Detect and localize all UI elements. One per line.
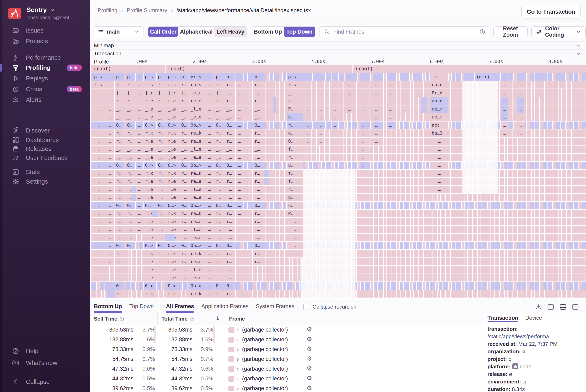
flame-frame[interactable]: … — [360, 89, 366, 97]
flame-frame[interactable]: r… — [180, 97, 188, 104]
flame-frame[interactable]: … — [236, 130, 243, 137]
flame-frame[interactable]: r… — [215, 97, 224, 104]
flame-frame[interactable]: … — [93, 113, 105, 121]
flame-frame[interactable]: … — [106, 146, 113, 153]
breadcrumb-1[interactable]: Profile Summary — [127, 7, 167, 14]
self-time-header[interactable]: Self Time — [94, 316, 124, 322]
flame-frame[interactable]: 0… — [253, 162, 263, 169]
flame-frame[interactable]: … — [236, 186, 243, 193]
table-row[interactable]: 305.53ms3.7%305.53ms3.7%⚙›(garbage colle… — [90, 325, 483, 334]
flame-frame[interactable]: … — [106, 106, 113, 113]
flame-frame[interactable]: … — [93, 170, 105, 177]
flame-frame[interactable]: r… — [115, 97, 124, 104]
flame-frame[interactable]: _…e — [167, 226, 178, 233]
flame-frame[interactable]: re…k — [189, 170, 204, 177]
flame-frame[interactable]: _…e — [167, 154, 178, 161]
flame-frame[interactable]: … — [206, 97, 213, 104]
flame-frame[interactable]: r… — [253, 178, 263, 185]
flame-frame[interactable]: u… — [287, 194, 303, 201]
flame-frame[interactable]: _… — [215, 146, 224, 153]
flame-frame[interactable]: r… — [215, 290, 224, 298]
flame-frame[interactable]: … — [360, 122, 366, 129]
breadcrumb-0[interactable]: Profiling — [98, 7, 118, 14]
flame-frame[interactable]: p… — [225, 73, 235, 80]
flame-frame[interactable]: _l…e — [189, 226, 204, 233]
flame-frame[interactable]: r…k — [167, 210, 178, 217]
flame-frame[interactable]: _…e — [144, 274, 155, 282]
flame-frame[interactable]: … — [93, 226, 105, 233]
flame-frame[interactable]: … — [206, 258, 213, 266]
flame-frame[interactable]: _…e — [144, 226, 155, 233]
flame-frame[interactable]: r… — [253, 81, 263, 88]
flame-frame[interactable]: _… — [225, 146, 235, 153]
flame-frame[interactable]: p… — [126, 73, 134, 80]
flame-frame[interactable]: _… — [157, 266, 165, 274]
flame-frame[interactable]: r… — [180, 210, 188, 217]
flame-frame[interactable]: _… — [253, 146, 263, 153]
flame-frame[interactable]: j… — [215, 89, 224, 97]
flame-frame[interactable]: _…e — [144, 146, 155, 153]
flame-frame[interactable]: … — [136, 210, 143, 217]
flame-frame[interactable]: _… — [157, 186, 165, 193]
sidebar-item-stats[interactable]: Stats — [0, 167, 90, 177]
flame-frame[interactable]: ru…s — [189, 81, 204, 88]
flame-frame[interactable]: … — [206, 170, 213, 177]
flame-frame[interactable]: … — [106, 138, 113, 145]
flame-frame[interactable]: … — [136, 81, 143, 88]
flame-frame[interactable]: _… — [253, 194, 263, 201]
flame-frame[interactable]: … — [93, 106, 105, 113]
flame-frame[interactable]: _…e — [167, 146, 178, 153]
flame-frame-root[interactable]: (root) — [92, 65, 165, 73]
flame-frame[interactable] — [421, 106, 427, 113]
flame-frame[interactable]: … — [136, 162, 143, 169]
flame-frame[interactable]: 0… — [126, 162, 134, 169]
flame-frame[interactable]: r… — [157, 250, 165, 258]
flame-frame[interactable]: 0… — [157, 202, 165, 209]
flame-frame[interactable]: … — [106, 226, 113, 233]
flame-frame[interactable]: … — [206, 274, 213, 282]
flame-frame[interactable]: … — [517, 97, 524, 104]
flame-frame[interactable]: … — [517, 81, 524, 88]
flame-frame[interactable]: r… — [253, 218, 263, 225]
flame-frame[interactable]: … — [206, 194, 213, 201]
flame-frame[interactable]: _e…e — [189, 113, 204, 121]
flame-frame[interactable]: … — [318, 122, 324, 129]
flame-frame[interactable]: _… — [180, 106, 188, 113]
flame-frame[interactable]: … — [332, 73, 338, 80]
flame-frame[interactable]: … — [236, 210, 243, 217]
direction-top-down-button[interactable]: Top Down — [284, 27, 315, 37]
flame-frame[interactable]: r… — [180, 138, 188, 145]
flame-frame[interactable]: 0… — [115, 162, 124, 169]
flame-frame[interactable]: r… — [225, 210, 235, 217]
flame-frame[interactable]: p… — [180, 73, 188, 80]
flame-frame[interactable] — [421, 97, 427, 104]
flame-frame[interactable]: 0…> — [144, 242, 155, 249]
flame-frame[interactable]: r… — [115, 170, 124, 177]
flame-frame[interactable]: … — [106, 258, 113, 266]
flame-frame[interactable]: r… — [126, 170, 134, 177]
flame-frame[interactable]: p…s — [144, 73, 155, 80]
flame-frame[interactable]: … — [93, 162, 105, 169]
flame-frame[interactable]: … — [332, 81, 338, 88]
flame-frame[interactable]: u… — [287, 162, 303, 169]
flame-frame[interactable]: r… — [157, 138, 165, 145]
flame-frame[interactable]: … — [93, 97, 105, 104]
flame-frame[interactable]: 0… — [215, 202, 224, 209]
sidebar-item-replays[interactable]: Replays — [0, 73, 90, 84]
flame-frame[interactable]: u… — [287, 202, 303, 209]
flame-frame[interactable]: r… — [126, 81, 134, 88]
flame-frame[interactable]: _… — [157, 194, 165, 201]
flame-frame[interactable] — [165, 234, 175, 242]
flame-frame[interactable]: re…r — [430, 106, 448, 113]
flame-frame[interactable]: re…k — [189, 210, 204, 217]
flame-frame[interactable]: … — [93, 146, 105, 153]
flame-frame[interactable]: _… — [115, 154, 124, 161]
flame-frame[interactable]: p…s — [167, 73, 178, 80]
expand-chevron-icon[interactable]: › — [237, 374, 239, 384]
flame-frame[interactable]: … — [206, 122, 213, 129]
flame-frame[interactable]: … — [206, 106, 213, 113]
flame-frame[interactable]: … — [106, 250, 113, 258]
sidebar-item-crons[interactable]: Cronsbeta — [0, 84, 90, 94]
flame-frame[interactable]: r… — [126, 210, 134, 217]
flame-frame[interactable]: r…k — [167, 130, 178, 137]
